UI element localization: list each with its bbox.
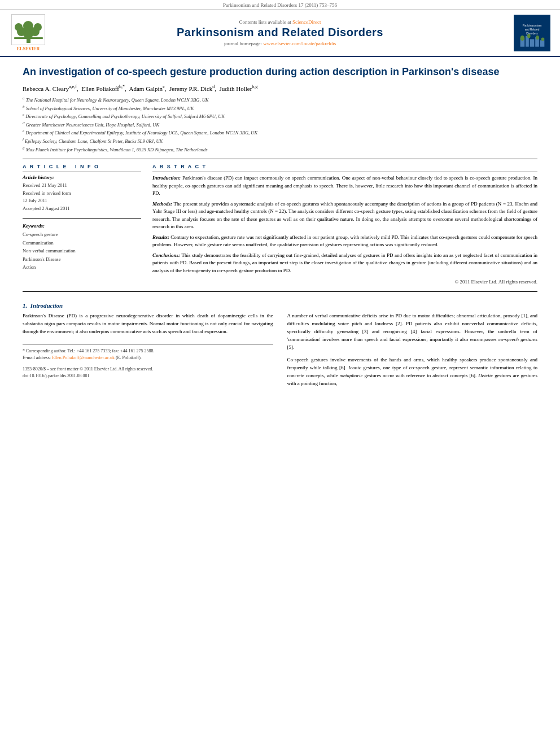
keyword-3: Non-verbal communication xyxy=(23,247,141,255)
divider-keywords xyxy=(23,218,141,219)
svg-point-21 xyxy=(541,38,544,41)
results-heading: Results: xyxy=(152,234,169,240)
svg-point-20 xyxy=(536,36,539,40)
author-3: Adam Galpinc xyxy=(129,85,165,92)
section1-heading: 1. Introduction xyxy=(23,302,537,309)
keyword-2: Communication xyxy=(23,239,141,247)
abstract-section-label: A B S T R A C T xyxy=(152,164,537,172)
footnote-doi: doi:10.1016/j.parkreldis.2011.08.001 xyxy=(23,373,273,379)
svg-rect-7 xyxy=(14,37,43,39)
received-date: Received 21 May 2011 xyxy=(23,182,141,190)
svg-point-19 xyxy=(527,34,530,38)
svg-point-18 xyxy=(520,36,524,41)
revised-label: Received in revised form xyxy=(23,190,141,198)
body-left-para-1: Parkinson's Disease (PD) is a progressiv… xyxy=(23,312,273,336)
methods-text: The present study provides a systematic … xyxy=(152,201,537,230)
svg-text:and Related: and Related xyxy=(524,28,539,31)
section1-number: 1. xyxy=(23,302,27,309)
journal-logo-right: Parkinsonism and Related Disorders xyxy=(509,15,554,51)
elsevier-tree-svg xyxy=(13,16,44,44)
section1-title: Introduction xyxy=(30,302,63,309)
author-4: Jeremy P.R. Dickd xyxy=(169,85,215,92)
journal-title: Parkinsonism and Related Disorders xyxy=(51,26,509,39)
elsevier-text: ELSEVIER xyxy=(17,46,40,51)
keywords-label: Keywords: xyxy=(23,223,141,229)
elsevier-logo-left: ELSEVIER xyxy=(6,14,51,51)
affiliation-c: c Directorate of Psychology, Counselling… xyxy=(23,112,537,120)
results-text: Contrary to expectation, gesture rate wa… xyxy=(152,234,537,248)
body-two-col: Parkinson's Disease (PD) is a progressiv… xyxy=(23,312,537,392)
authors-line: Rebecca A. Clearya,e,f, Ellen Poliakoffb… xyxy=(23,84,537,92)
article-info-section-label: A R T I C L E I N F O xyxy=(23,164,141,172)
top-bar: Parkinsonism and Related Disorders 17 (2… xyxy=(0,0,560,10)
keyword-1: Co-speech gesture xyxy=(23,230,141,238)
affiliation-f: f Epilepsy Society, Chesham Lane, Chalfo… xyxy=(23,137,537,145)
article-history-label: Article history: xyxy=(23,174,141,180)
sciencedirect-prefix: Contents lists available at xyxy=(239,19,292,25)
footnote-issn: 1353-8020/$ – see front matter © 2011 El… xyxy=(23,366,273,373)
homepage-prefix: journal homepage: xyxy=(224,41,263,46)
conclusions-heading: Conclusions: xyxy=(152,252,180,258)
accepted-date: Accepted 2 August 2011 xyxy=(23,205,141,213)
affiliation-d: d Greater Manchester Neurosciences Unit,… xyxy=(23,120,537,129)
footnote-email-link[interactable]: Ellen.Poliakoff@manchester.ac.uk xyxy=(52,355,115,360)
svg-text:Parkinsonism: Parkinsonism xyxy=(522,24,541,27)
svg-rect-17 xyxy=(540,40,544,46)
affiliation-g: g Max Planck Institute for Psycholinguis… xyxy=(23,145,537,154)
abstract-results: Results: Contrary to expectation, gestur… xyxy=(152,234,537,249)
affiliation-b: b School of Psychological Sciences, Univ… xyxy=(23,104,537,112)
footnote-corresponding: * Corresponding author. Tel.: +44 161 27… xyxy=(23,348,273,355)
svg-rect-15 xyxy=(530,39,534,46)
keyword-4: Parkinson's Disease xyxy=(23,255,141,263)
revised-date: 12 July 2011 xyxy=(23,197,141,205)
intro-heading: Introduction: xyxy=(152,175,181,181)
author-5: Judith Hollerb,g xyxy=(220,85,258,92)
svg-point-5 xyxy=(34,23,42,31)
elsevier-tree-logo xyxy=(11,14,45,45)
affiliations: a The National Hospital for Neurology & … xyxy=(23,95,537,153)
footnote-email: E-mail address: Ellen.Poliakoff@manchest… xyxy=(23,355,273,361)
abstract-methods: Methods: The present study provides a sy… xyxy=(152,200,537,231)
parkinsonism-logo: Parkinsonism and Related Disorders xyxy=(514,15,550,51)
abstract-conclusions: Conclusions: This study demonstrates the… xyxy=(152,252,537,275)
journal-citation: Parkinsonism and Related Disorders 17 (2… xyxy=(223,2,337,8)
journal-homepage: journal homepage: www.elsevier.com/locat… xyxy=(51,41,509,46)
divider-1 xyxy=(23,159,537,159)
right-column: A B S T R A C T Introduction: Parkinson'… xyxy=(152,164,537,285)
svg-point-6 xyxy=(23,21,33,31)
keyword-5: Action xyxy=(23,263,141,271)
article-title: An investigation of co-speech gesture pr… xyxy=(23,65,537,78)
journal-center: Contents lists available at ScienceDirec… xyxy=(51,19,509,46)
abstract-introduction: Introduction: Parkinson's disease (PD) c… xyxy=(152,174,537,198)
parkinsonism-logo-svg: Parkinsonism and Related Disorders xyxy=(516,16,548,50)
affiliation-a: a The National Hospital for Neurology & … xyxy=(23,95,537,104)
body-right-para-2: Co-speech gestures involve movements of … xyxy=(287,356,538,388)
intro-text: Parkinson's disease (PD) can impact enor… xyxy=(152,175,537,196)
affiliation-e: e Department of Clinical and Experimenta… xyxy=(23,128,537,137)
left-column: A R T I C L E I N F O Article history: R… xyxy=(23,164,141,285)
paper-content: An investigation of co-speech gesture pr… xyxy=(0,57,560,404)
body-right-para-1: A number of verbal communicative deficit… xyxy=(287,312,538,352)
conclusions-text: This study demonstrates the feasibility … xyxy=(152,252,537,273)
journal-header: ELSEVIER Contents lists available at Sci… xyxy=(0,10,560,57)
body-right-col: A number of verbal communicative deficit… xyxy=(287,312,538,392)
author-2: Ellen Poliakoffb,* xyxy=(81,85,125,92)
body-left-col: Parkinson's Disease (PD) is a progressiv… xyxy=(23,312,273,392)
author-1: Rebecca A. Clearya,e,f xyxy=(23,85,77,92)
sciencedirect-line: Contents lists available at ScienceDirec… xyxy=(51,19,509,25)
homepage-link[interactable]: www.elsevier.com/locate/parkreldis xyxy=(263,41,336,46)
divider-body xyxy=(23,291,537,292)
copyright-line: © 2011 Elsevier Ltd. All rights reserved… xyxy=(152,279,537,285)
body-section: 1. Introduction Parkinson's Disease (PD)… xyxy=(23,302,537,392)
svg-point-4 xyxy=(15,23,23,31)
sciencedirect-link[interactable]: ScienceDirect xyxy=(292,19,321,25)
footnote-section: * Corresponding author. Tel.: +44 161 27… xyxy=(23,344,273,379)
article-info-abstract: A R T I C L E I N F O Article history: R… xyxy=(23,164,537,285)
methods-heading: Methods: xyxy=(152,201,172,207)
